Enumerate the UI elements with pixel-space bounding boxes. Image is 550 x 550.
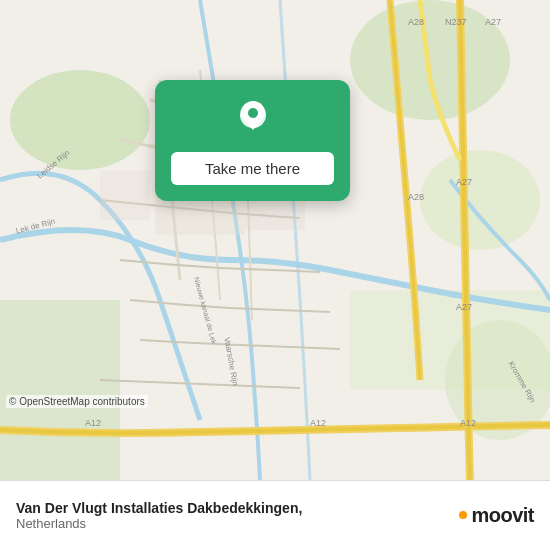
svg-rect-26 [100,170,150,220]
take-me-there-button[interactable]: Take me there [171,152,334,185]
svg-text:N237: N237 [445,17,467,27]
moovit-logo-text: moovit [471,504,534,527]
location-country: Netherlands [16,516,302,531]
moovit-logo: moovit [459,504,534,527]
svg-text:A12: A12 [85,418,101,428]
moovit-logo-dot [459,511,467,519]
svg-text:A28: A28 [408,192,424,202]
location-title: Van Der Vlugt Installaties Dakbedekkinge… [16,500,302,516]
location-pin-icon [231,98,275,142]
map-container[interactable]: A27 N237 A28 A27 A28 A27 A12 A12 A12 Utr… [0,0,550,480]
osm-attribution: © OpenStreetMap contributors [6,395,148,408]
svg-point-3 [420,150,540,250]
svg-text:A12: A12 [310,418,326,428]
footer: Van Der Vlugt Installaties Dakbedekkinge… [0,480,550,550]
svg-text:A27: A27 [485,17,501,27]
svg-point-29 [248,108,258,118]
svg-rect-4 [0,300,120,480]
navigation-popup: Take me there [155,80,350,201]
footer-location-info: Van Der Vlugt Installaties Dakbedekkinge… [16,500,302,531]
svg-text:A27: A27 [456,177,472,187]
svg-point-1 [10,70,150,170]
svg-text:A27: A27 [456,302,472,312]
svg-text:A28: A28 [408,17,424,27]
svg-text:A12: A12 [460,418,476,428]
